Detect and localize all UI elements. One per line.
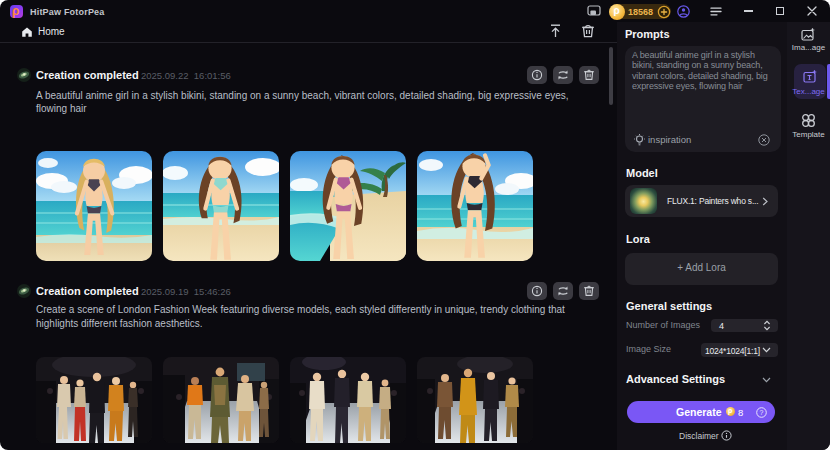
svg-text:?: ? [760, 409, 764, 416]
